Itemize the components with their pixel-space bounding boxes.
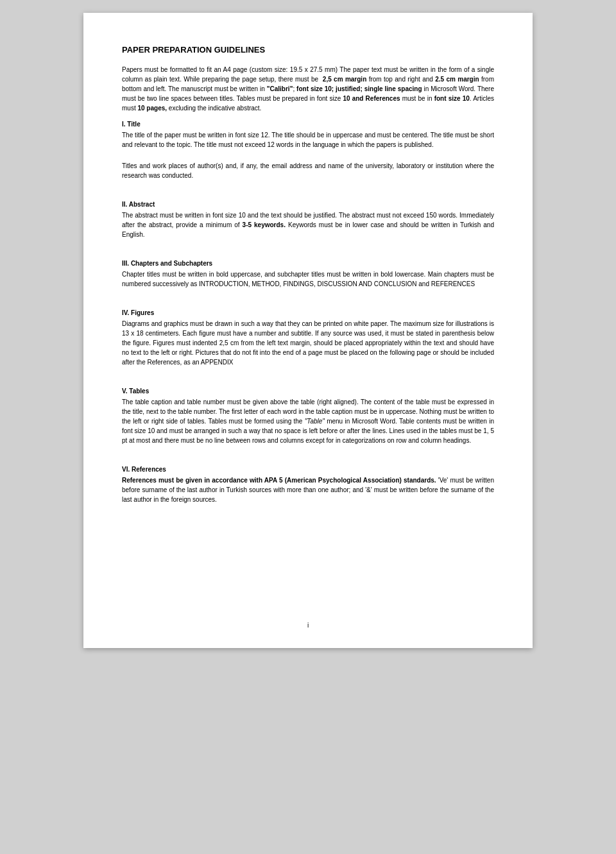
section-body-chapters: Chapter titles must be written in bold u…: [122, 269, 494, 289]
section-body-abstract: The abstract must be written in font siz…: [122, 210, 494, 239]
section-body-title: The title of the paper must be written i…: [122, 130, 494, 149]
page-footer: i: [83, 622, 533, 629]
section-heading-references: VI. References: [122, 466, 494, 473]
section-tables: V. Tables The table caption and table nu…: [122, 388, 494, 445]
section-heading-tables: V. Tables: [122, 388, 494, 395]
section-heading-title: I. Title: [122, 121, 494, 128]
document-page: PAPER PREPARATION GUIDELINES Papers must…: [83, 13, 533, 648]
section-abstract: II. Abstract The abstract must be writte…: [122, 201, 494, 239]
section-body-figures: Diagrams and graphics must be drawn in s…: [122, 319, 494, 367]
section-figures: IV. Figures Diagrams and graphics must b…: [122, 309, 494, 367]
section-chapters: III. Chapters and Subchapters Chapter ti…: [122, 260, 494, 289]
section-title: I. Title The title of the paper must be …: [122, 121, 494, 180]
section-heading-abstract: II. Abstract: [122, 201, 494, 208]
section-references: VI. References References must be given …: [122, 466, 494, 504]
intro-paragraph: Papers must be formatted to fit an A4 pa…: [122, 65, 494, 113]
section-heading-figures: IV. Figures: [122, 309, 494, 316]
section-body-title-extra: Titles and work places of author(s) and,…: [122, 161, 494, 180]
section-heading-chapters: III. Chapters and Subchapters: [122, 260, 494, 267]
section-body-tables: The table caption and table number must …: [122, 397, 494, 445]
page-title: PAPER PREPARATION GUIDELINES: [122, 45, 494, 55]
section-body-references: References must be given in accordance w…: [122, 475, 494, 504]
